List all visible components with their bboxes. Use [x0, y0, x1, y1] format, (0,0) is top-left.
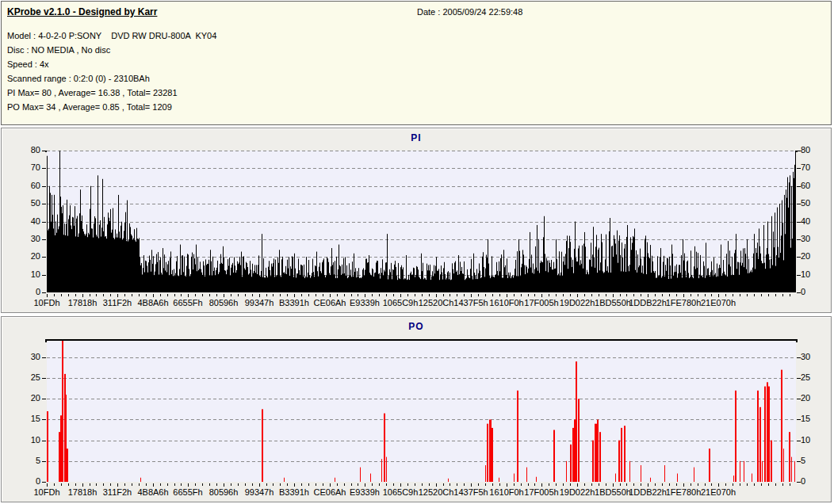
y-axis-tick [797, 204, 801, 204]
y-axis-tick-label: 30 [15, 234, 40, 244]
x-axis-major-tick [471, 294, 472, 297]
y-axis-tick [42, 441, 46, 441]
y-axis-tick-label: 0 [15, 287, 40, 297]
x-axis-tick-label: 21E070h [693, 298, 744, 308]
x-axis-major-tick [613, 294, 614, 297]
y-axis-tick [42, 461, 46, 462]
po-chart-title: PO [2, 321, 831, 332]
y-axis-tick [797, 357, 801, 358]
x-axis-major-tick [683, 294, 684, 297]
header-panel: KProbe v2.1.0 - Designed by Karr Date : … [1, 1, 832, 125]
y-axis-tick [42, 482, 46, 483]
x-axis-major-tick [507, 483, 507, 487]
x-axis-major-tick [400, 483, 401, 487]
speed-line: Speed : 4x [7, 59, 49, 69]
po-plot-area [45, 339, 798, 342]
x-axis-tick-label: 21E070h [693, 487, 744, 498]
y-axis-tick [42, 357, 46, 358]
y-axis-tick [797, 461, 801, 462]
x-axis-major-tick [224, 483, 224, 487]
y-axis-tick [42, 275, 46, 276]
y-axis-tick-label: 50 [801, 198, 826, 208]
x-axis-major-tick [259, 294, 260, 297]
x-axis-major-tick [153, 294, 154, 297]
y-axis-tick-label: 60 [801, 181, 826, 191]
y-axis-tick [797, 239, 801, 240]
y-axis-tick-label: 25 [801, 372, 826, 383]
model-line: Model : 4-0-2-0 P:SONY DVD RW DRU-800A K… [7, 31, 216, 40]
x-axis-major-tick [47, 294, 48, 297]
y-axis-tick [797, 275, 801, 276]
y-axis-tick [42, 186, 46, 187]
y-axis-tick-label: 20 [15, 251, 40, 262]
y-axis-tick-label: 50 [15, 198, 40, 208]
x-axis-major-tick [330, 483, 331, 487]
y-axis-tick [797, 186, 801, 187]
y-axis-tick-label: 10 [15, 269, 40, 280]
scanned-range-line: Scanned range : 0:2:0 (0) - 2310BAh [7, 74, 150, 83]
y-axis-tick [797, 378, 801, 379]
x-axis-major-tick [365, 294, 365, 297]
y-axis-tick [797, 399, 801, 399]
x-axis-major-tick [47, 483, 48, 487]
y-axis-tick-label: 70 [15, 162, 40, 173]
y-axis-tick [797, 168, 801, 169]
y-axis-tick [42, 204, 46, 204]
y-axis-tick-label: 5 [15, 456, 40, 466]
x-axis-major-tick [294, 483, 295, 487]
x-axis-major-tick [541, 483, 542, 487]
po-chart-canvas [47, 341, 796, 482]
y-axis-tick [797, 419, 801, 420]
app-title: KProbe v2.1.0 - Designed by Karr [7, 6, 157, 17]
y-axis-tick-label: 30 [801, 234, 826, 244]
y-axis-tick-label: 20 [801, 251, 826, 262]
y-axis-tick-label: 25 [15, 372, 40, 383]
kprobe-window: KProbe v2.1.0 - Designed by Karr Date : … [0, 0, 834, 504]
y-axis-tick [42, 151, 46, 151]
y-axis-tick [42, 222, 46, 223]
y-axis-tick-label: 30 [15, 352, 40, 362]
y-axis-tick [797, 151, 801, 151]
y-axis-tick-label: 10 [801, 269, 826, 280]
pi-plot-area [45, 151, 798, 152]
pi-chart-panel: PI 001010202030304040505060607070808010F… [1, 128, 832, 313]
y-axis-tick-label: 0 [801, 287, 826, 297]
y-axis-tick [42, 168, 46, 169]
y-axis-tick [42, 292, 46, 293]
y-axis-tick-label: 15 [15, 414, 40, 424]
y-axis-tick-label: 20 [15, 393, 40, 403]
x-axis-major-tick [188, 483, 189, 487]
x-axis-major-tick [648, 483, 648, 487]
x-axis-major-tick [648, 294, 648, 297]
x-axis-major-tick [294, 294, 295, 297]
y-axis-tick [42, 419, 46, 420]
y-axis-tick-label: 40 [801, 216, 826, 227]
y-axis-tick-label: 0 [801, 476, 826, 487]
x-axis-major-tick [188, 294, 189, 297]
x-axis-major-tick [436, 294, 437, 297]
y-axis-tick [42, 378, 46, 379]
y-axis-tick [797, 441, 801, 441]
y-axis-tick-label: 20 [801, 393, 826, 403]
date-label: Date : 2005/09/24 22:59:48 [417, 7, 522, 17]
x-axis-major-tick [718, 294, 719, 297]
y-axis-tick-label: 15 [801, 414, 826, 424]
y-axis-tick-label: 80 [801, 145, 826, 155]
y-axis-tick [797, 292, 801, 293]
x-axis-major-tick [224, 294, 224, 297]
y-axis-tick [42, 257, 46, 258]
x-axis-major-tick [718, 483, 719, 487]
x-axis-major-tick [471, 483, 472, 487]
pi-chart-canvas [47, 151, 796, 292]
x-axis-major-tick [577, 294, 578, 297]
y-axis-tick [42, 239, 46, 240]
po-summary-line: PO Max= 34 , Average= 0.85 , Total= 1209 [7, 102, 172, 112]
y-axis-tick-label: 10 [801, 435, 826, 445]
x-axis-major-tick [613, 483, 614, 487]
x-axis-major-tick [330, 294, 331, 297]
y-axis-tick [797, 482, 801, 483]
x-axis-major-tick [541, 294, 542, 297]
x-axis-major-tick [153, 483, 154, 487]
x-axis-major-tick [259, 483, 260, 487]
y-axis-tick [797, 257, 801, 258]
